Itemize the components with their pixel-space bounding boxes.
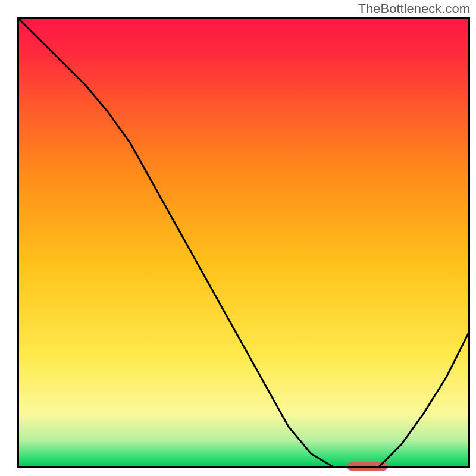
bottleneck-chart bbox=[0, 0, 476, 476]
chart-container: TheBottleneck.com bbox=[0, 0, 476, 476]
